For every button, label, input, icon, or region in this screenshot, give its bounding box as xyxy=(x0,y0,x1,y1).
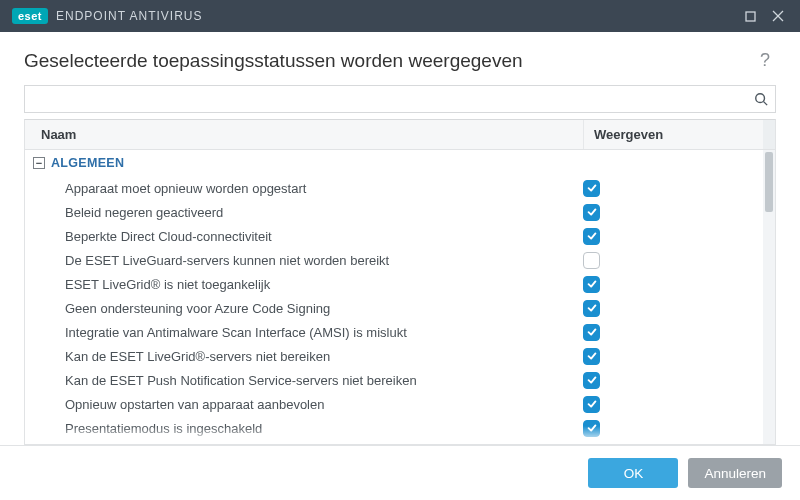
status-table: Naam Weergeven −ALGEMEENApparaat moet op… xyxy=(24,119,776,445)
titlebar: eset ENDPOINT ANTIVIRUS xyxy=(0,0,800,32)
svg-rect-0 xyxy=(746,12,755,21)
table-row[interactable]: Integratie van Antimalware Scan Interfac… xyxy=(25,320,763,344)
status-name: Kan de ESET Push Notification Service-se… xyxy=(25,373,583,388)
table-row[interactable]: Presentatiemodus is ingeschakeld xyxy=(25,416,763,440)
ok-button[interactable]: OK xyxy=(588,458,678,488)
show-checkbox[interactable] xyxy=(583,180,600,197)
show-checkbox[interactable] xyxy=(583,396,600,413)
status-name: Beperkte Direct Cloud-connectiviteit xyxy=(25,229,583,244)
search-input[interactable] xyxy=(25,86,747,112)
status-name: Integratie van Antimalware Scan Interfac… xyxy=(25,325,583,340)
status-name: Presentatiemodus is ingeschakeld xyxy=(25,421,583,436)
show-checkbox[interactable] xyxy=(583,276,600,293)
status-name: Kan de ESET LiveGrid®-servers niet berei… xyxy=(25,349,583,364)
show-checkbox[interactable] xyxy=(583,372,600,389)
show-checkbox[interactable] xyxy=(583,252,600,269)
show-checkbox[interactable] xyxy=(583,324,600,341)
group-row-general[interactable]: −ALGEMEEN xyxy=(25,150,763,176)
status-name: De ESET LiveGuard-servers kunnen niet wo… xyxy=(25,253,583,268)
table-row[interactable]: Beperkte Direct Cloud-connectiviteit xyxy=(25,224,763,248)
scrollbar[interactable] xyxy=(763,150,775,444)
table-row[interactable]: Geen ondersteuning voor Azure Code Signi… xyxy=(25,296,763,320)
scrollbar-thumb[interactable] xyxy=(765,152,773,212)
show-checkbox[interactable] xyxy=(583,204,600,221)
collapse-icon[interactable]: − xyxy=(33,157,45,169)
status-name: Beleid negeren geactiveerd xyxy=(25,205,583,220)
product-name: ENDPOINT ANTIVIRUS xyxy=(56,9,202,23)
table-body: −ALGEMEENApparaat moet opnieuw worden op… xyxy=(25,150,775,444)
table-row[interactable]: Kan de ESET LiveGrid®-servers niet berei… xyxy=(25,344,763,368)
table-header: Naam Weergeven xyxy=(25,120,775,150)
maximize-button[interactable] xyxy=(736,4,764,28)
table-row[interactable]: ESET LiveGrid® is niet toegankelijk xyxy=(25,272,763,296)
search-bar xyxy=(24,85,776,113)
app-window: eset ENDPOINT ANTIVIRUS Geselecteerde to… xyxy=(0,0,800,500)
table-row[interactable]: De ESET LiveGuard-servers kunnen niet wo… xyxy=(25,248,763,272)
dialog-header: Geselecteerde toepassingsstatussen worde… xyxy=(0,32,800,85)
status-name: ESET LiveGrid® is niet toegankelijk xyxy=(25,277,583,292)
content-area: Naam Weergeven −ALGEMEENApparaat moet op… xyxy=(0,85,800,445)
show-checkbox[interactable] xyxy=(583,228,600,245)
table-row[interactable]: Kan de ESET Push Notification Service-se… xyxy=(25,368,763,392)
show-checkbox[interactable] xyxy=(583,300,600,317)
column-header-show[interactable]: Weergeven xyxy=(583,120,763,149)
status-name: Opnieuw opstarten van apparaat aanbevole… xyxy=(25,397,583,412)
help-button[interactable]: ? xyxy=(754,46,776,75)
status-name: Geen ondersteuning voor Azure Code Signi… xyxy=(25,301,583,316)
close-button[interactable] xyxy=(764,4,792,28)
brand-badge: eset xyxy=(12,8,48,24)
table-row[interactable]: Opnieuw opstarten van apparaat aanbevole… xyxy=(25,392,763,416)
table-row[interactable]: Apparaat moet opnieuw worden opgestart xyxy=(25,176,763,200)
show-checkbox[interactable] xyxy=(583,348,600,365)
page-title: Geselecteerde toepassingsstatussen worde… xyxy=(24,50,754,72)
group-label: ALGEMEEN xyxy=(51,156,124,170)
search-icon[interactable] xyxy=(747,92,775,106)
show-checkbox[interactable] xyxy=(583,420,600,437)
dialog-footer: OK Annuleren xyxy=(0,445,800,500)
status-name: Apparaat moet opnieuw worden opgestart xyxy=(25,181,583,196)
svg-line-4 xyxy=(764,102,768,106)
column-header-name[interactable]: Naam xyxy=(25,120,583,149)
cancel-button[interactable]: Annuleren xyxy=(688,458,782,488)
table-row[interactable]: Beleid negeren geactiveerd xyxy=(25,200,763,224)
svg-point-3 xyxy=(756,94,765,103)
